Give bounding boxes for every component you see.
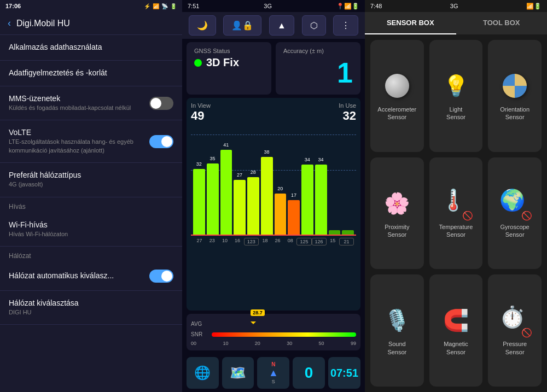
wifi-calling-title: Wi-Fi-hívás xyxy=(9,220,173,229)
settings-item-auto-network[interactable]: Hálózat automatikus kiválasz... xyxy=(0,262,182,291)
network-select-subtitle: DIGI HU xyxy=(9,308,173,317)
bar-label-9: 34 xyxy=(301,157,313,162)
bar-label-3: 41 xyxy=(220,142,232,148)
gnss-btn-nav[interactable]: ▲ xyxy=(269,15,294,36)
auto-network-toggle[interactable] xyxy=(149,270,173,283)
sensor-time: 7:48 xyxy=(370,3,382,9)
gnss-fix-display: 3D Fix xyxy=(194,56,264,69)
in-use-label: In Use xyxy=(339,102,356,109)
bar-label-7: 20 xyxy=(275,186,287,191)
settings-item-network-select[interactable]: Hálózat kiválasztása DIGI HU xyxy=(0,291,182,325)
compass-arrow: ▲ xyxy=(269,367,278,379)
settings-item-data-usage[interactable]: Alkalmazás adathasználata xyxy=(0,35,182,61)
orientation-icon xyxy=(499,71,530,101)
axis-8: 08 xyxy=(284,238,296,245)
scale-50: 50 xyxy=(319,341,324,346)
axis-10: 126 xyxy=(312,238,327,245)
back-button[interactable]: ‹ xyxy=(8,17,11,29)
gnss-nav-zero[interactable]: 0 xyxy=(293,357,325,389)
gnss-nav-map[interactable]: 🗺️ xyxy=(222,357,254,389)
gnss-btn-moon[interactable]: 🌙 xyxy=(189,15,216,36)
in-use-stat: In Use 32 xyxy=(339,102,356,123)
sensor-item-accelerometer[interactable]: AccelerometerSensor xyxy=(370,40,424,152)
sensor-panel: 7:48 3G 📶🔋 SENSOR BOX TOOL BOX Accelerom… xyxy=(365,0,547,392)
accuracy-label: Accuracy (± m) xyxy=(283,48,353,54)
scale-30: 30 xyxy=(287,341,292,346)
satellite-nav-icon: 🌐 xyxy=(194,365,211,381)
settings-item-title: Alkalmazás adathasználata xyxy=(9,43,173,51)
volte-toggle[interactable] xyxy=(149,135,173,148)
tab-sensor-box[interactable]: SENSOR BOX xyxy=(365,12,456,34)
bar-label-5: 28 xyxy=(247,169,259,175)
zero-icon: 0 xyxy=(305,364,313,382)
sensor-item-proximity[interactable]: 🌸 ProximitySensor xyxy=(370,157,424,270)
bar-label-1: 32 xyxy=(193,161,205,167)
sensor-item-light[interactable]: 💡 LightSensor xyxy=(429,40,483,152)
battery-icon: 🔋 xyxy=(170,3,177,9)
sensor-item-sound[interactable]: 🎙️ SoundSensor xyxy=(370,274,424,387)
proximity-icon: 🌸 xyxy=(382,188,412,219)
gnss-btn-user[interactable]: 👤🔒 xyxy=(223,15,261,36)
volte-subtitle: LTE-szolgáltatások használata hang- és e… xyxy=(9,138,143,155)
axis-11: 15 xyxy=(327,238,339,245)
gnss-panel: 7:51 3G 📍📶🔋 🌙 👤🔒 ▲ ⬡ ⋮ GNSS Status 3D Fi… xyxy=(182,0,365,392)
mms-title: MMS-üzenetek xyxy=(9,94,131,103)
chart-dotted-line-top xyxy=(191,134,356,135)
settings-item-network-type[interactable]: Preferált hálózattípus 4G (javasolt) xyxy=(0,163,182,197)
mms-toggle[interactable] xyxy=(149,97,173,110)
signal-icon: 📡 xyxy=(161,3,168,9)
satellite-chart-area: In View 49 In Use 32 32 35 41 27 xyxy=(187,98,360,311)
fix-dot xyxy=(194,59,202,67)
calls-section-label: Hívás xyxy=(0,197,182,213)
gnss-network-type: 3G xyxy=(264,3,272,9)
chart-bar-5: 28 xyxy=(247,177,259,235)
gnss-status-label: GNSS Status xyxy=(194,48,264,54)
gnss-nav-satellite[interactable]: 🌐 xyxy=(187,357,219,389)
tab-tool-box[interactable]: TOOL BOX xyxy=(456,12,548,34)
bar-label-10: 34 xyxy=(315,157,327,162)
settings-item-data-limit[interactable]: Adatfigyelmeztetés és -korlát xyxy=(0,61,182,86)
snr-avg-row: AVG 28.7 xyxy=(191,318,356,329)
chart-bar-10: 34 xyxy=(315,165,327,235)
proximity-label: ProximitySensor xyxy=(385,223,409,239)
network-select-title: Hálózat kiválasztása xyxy=(9,299,173,307)
sensor-item-gyroscope[interactable]: 🌍 GyroscopeSensor xyxy=(488,157,542,270)
sensor-item-magnetic[interactable]: 🧲 MagneticSensor xyxy=(429,274,483,387)
sensor-status-bar: 7:48 3G 📶🔋 xyxy=(365,0,547,12)
settings-item-volte[interactable]: VoLTE LTE-szolgáltatások használata hang… xyxy=(0,120,182,163)
magnetic-icon: 🧲 xyxy=(440,305,471,336)
gnss-btn-more[interactable]: ⋮ xyxy=(333,15,358,36)
orientation-label: OrientationSensor xyxy=(500,106,529,121)
network-type-subtitle: 4G (javasolt) xyxy=(9,180,173,189)
chart-bar-6: 38 xyxy=(261,157,273,235)
settings-header: ‹ Digi.Mobil HU xyxy=(0,12,182,35)
volte-title: VoLTE xyxy=(9,128,143,137)
map-nav-icon: 🗺️ xyxy=(230,365,246,381)
snr-scale: 00 10 20 30 50 99 xyxy=(191,340,356,346)
snr-section: AVG 28.7 SNR 00 10 20 30 50 99 xyxy=(182,311,365,354)
scale-10: 10 xyxy=(223,341,228,346)
gnss-btn-share[interactable]: ⬡ xyxy=(302,15,326,36)
sensor-item-pressure[interactable]: ⏱️ PressureSensor xyxy=(488,274,542,387)
axis-6: 18 xyxy=(259,238,271,245)
sensor-item-orientation[interactable]: OrientationSensor xyxy=(488,40,542,152)
sensor-grid: AccelerometerSensor 💡 LightSensor Orient… xyxy=(365,34,547,392)
pressure-label: PressureSensor xyxy=(503,340,527,356)
settings-page-title: Digi.Mobil HU xyxy=(16,19,70,28)
chart-bar-12 xyxy=(342,230,354,235)
pressure-icon: ⏱️ xyxy=(499,305,530,336)
sound-label: SoundSensor xyxy=(387,340,406,356)
in-view-label: In View xyxy=(191,102,211,109)
snr-bar-row: SNR xyxy=(191,331,356,337)
gnss-nav-time[interactable]: 07:51 xyxy=(328,357,360,389)
snr-box: AVG 28.7 SNR 00 10 20 30 50 99 xyxy=(187,314,360,350)
settings-panel: 17:06 ⚡ 📶 📡 🔋 ‹ Digi.Mobil HU Alkalmazás… xyxy=(0,0,182,392)
settings-item-mms[interactable]: MMS-üzenetek Küldés és fogadás mobiladat… xyxy=(0,86,182,120)
gyroscope-icon: 🌍 xyxy=(499,188,530,219)
gnss-nav-compass[interactable]: N ▲ S xyxy=(257,357,289,389)
settings-item-wifi-calling[interactable]: Wi-Fi-hívás Hívás Wi-Fi-hálózaton xyxy=(0,213,182,247)
chart-bar-7: 20 xyxy=(275,194,287,235)
sensor-item-temperature[interactable]: 🌡️ TemperatureSensor xyxy=(429,157,483,270)
magnetic-label: MagneticSensor xyxy=(444,340,468,356)
wifi-icon: 📶 xyxy=(153,3,159,9)
